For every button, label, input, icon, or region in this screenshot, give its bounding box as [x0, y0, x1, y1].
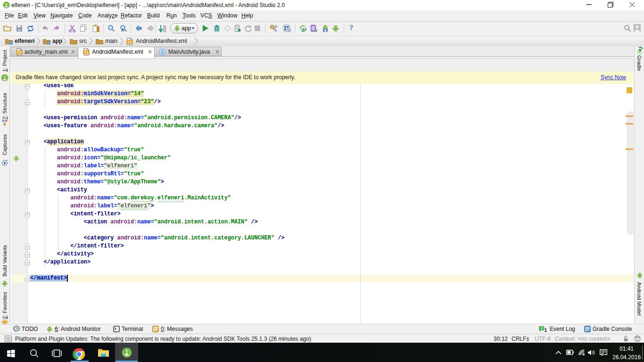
svg-text:C: C — [161, 50, 165, 55]
svg-text:01: 01 — [163, 30, 166, 33]
svg-text:1: 1 — [545, 328, 547, 333]
svg-text:A: A — [121, 28, 124, 32]
